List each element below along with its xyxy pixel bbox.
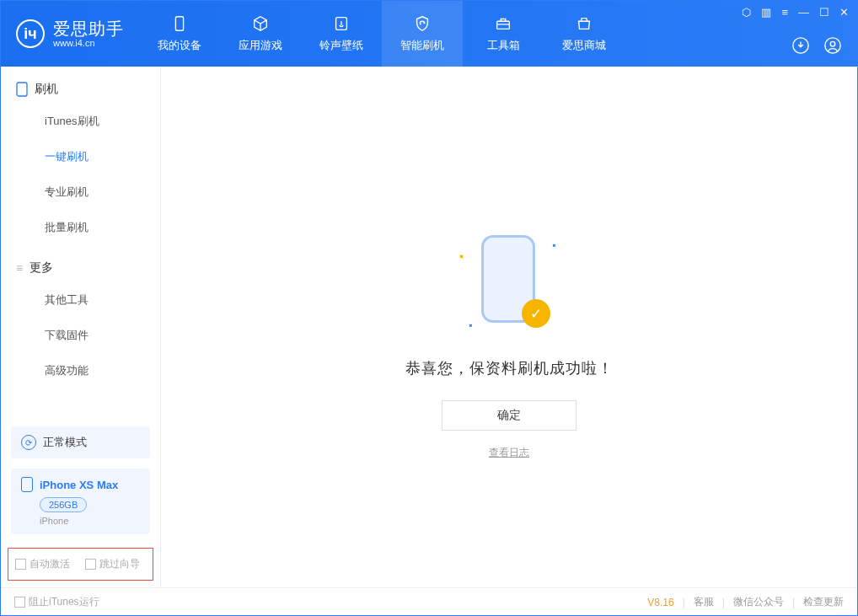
- footer-link-update[interactable]: 检查更新: [803, 595, 844, 609]
- window-controls: ⬡ ▥ ≡ — ☐ ✕: [742, 6, 849, 19]
- header: iч 爱思助手 www.i4.cn 我的设备 应用游戏 铃声壁纸 智能刷机 工具…: [1, 1, 857, 67]
- checkbox-block-itunes[interactable]: 阻止iTunes运行: [14, 595, 99, 609]
- sidebar-title: 刷机: [35, 82, 58, 97]
- store-icon: [575, 14, 593, 33]
- footer-link-support[interactable]: 客服: [694, 595, 714, 609]
- nav-apps[interactable]: 应用游戏: [220, 1, 301, 67]
- sidebar-header-flash: 刷机: [1, 82, 160, 104]
- version-label: V8.16: [647, 597, 673, 608]
- svg-point-5: [830, 41, 835, 46]
- device-name: iPhone XS Max: [40, 479, 118, 491]
- footer-link-wechat[interactable]: 微信公众号: [733, 595, 784, 609]
- phone-small-icon: [16, 82, 28, 97]
- separator: |: [792, 597, 795, 608]
- nav-label: 我的设备: [158, 38, 201, 53]
- logo-text: 爱思助手 www.i4.cn: [53, 19, 124, 48]
- user-icon[interactable]: [823, 36, 842, 55]
- device-icon: [170, 14, 189, 33]
- book-icon[interactable]: ▥: [761, 6, 771, 19]
- device-type: iPhone: [40, 516, 140, 526]
- view-log-link[interactable]: 查看日志: [489, 446, 529, 460]
- body: 刷机 iTunes刷机 一键刷机 专业刷机 批量刷机 ≡ 更多 其他工具 下载固…: [1, 67, 857, 587]
- nav-store[interactable]: 爱思商城: [544, 1, 625, 67]
- footer: 阻止iTunes运行 V8.16 | 客服 | 微信公众号 | 检查更新: [1, 587, 857, 616]
- checkbox-auto-activate[interactable]: 自动激活: [15, 557, 70, 571]
- options-highlight-box: 自动激活 跳过向导: [8, 548, 153, 581]
- device-phone-icon: [21, 477, 33, 492]
- nav-label: 应用游戏: [239, 38, 282, 53]
- toolbox-icon: [494, 14, 512, 33]
- device-box[interactable]: iPhone XS Max 256GB iPhone: [11, 469, 150, 534]
- svg-point-4: [825, 38, 840, 53]
- nav-label: 爱思商城: [562, 38, 606, 53]
- ok-button[interactable]: 确定: [442, 400, 576, 431]
- checkbox-icon: [15, 559, 26, 570]
- maximize-icon[interactable]: ☐: [819, 6, 829, 19]
- sidebar-item-batch-flash[interactable]: 批量刷机: [1, 210, 160, 245]
- separator: |: [683, 597, 685, 608]
- sidebar-item-other-tools[interactable]: 其他工具: [1, 282, 160, 318]
- device-storage: 256GB: [40, 497, 87, 512]
- nav-label: 智能刷机: [400, 38, 444, 53]
- nav-label: 铃声壁纸: [319, 38, 363, 53]
- check-badge-icon: ✓: [522, 299, 550, 328]
- cube-icon: [251, 14, 270, 33]
- sidebar-item-itunes-flash[interactable]: iTunes刷机: [1, 104, 160, 139]
- music-icon: [332, 14, 351, 33]
- shield-refresh-icon: [413, 14, 432, 33]
- menu-icon[interactable]: ≡: [781, 6, 788, 19]
- mode-icon: ⟳: [21, 435, 36, 450]
- nav-toolbox[interactable]: 工具箱: [463, 1, 544, 67]
- sidebar-section-flash: 刷机 iTunes刷机 一键刷机 专业刷机 批量刷机: [1, 67, 160, 245]
- checkbox-icon: [85, 559, 96, 570]
- close-icon[interactable]: ✕: [839, 6, 849, 19]
- sidebar-section-more: ≡ 更多 其他工具 下载固件 高级功能: [1, 245, 160, 388]
- list-icon: ≡: [16, 261, 23, 275]
- spark-icon: ✦: [466, 321, 475, 330]
- separator: |: [722, 597, 725, 608]
- success-illustration: ✓ ✦ ✦ ✦: [463, 235, 555, 336]
- sidebar-item-oneclick-flash[interactable]: 一键刷机: [1, 139, 160, 174]
- logo-area: iч 爱思助手 www.i4.cn: [1, 1, 139, 67]
- sidebar-header-more: ≡ 更多: [1, 260, 160, 282]
- svg-rect-6: [17, 83, 27, 96]
- sidebar-item-pro-flash[interactable]: 专业刷机: [1, 174, 160, 210]
- sidebar: 刷机 iTunes刷机 一键刷机 专业刷机 批量刷机 ≡ 更多 其他工具 下载固…: [1, 67, 161, 587]
- checkbox-skip-guide[interactable]: 跳过向导: [85, 557, 140, 571]
- svg-rect-0: [175, 17, 183, 31]
- checkbox-icon: [14, 597, 25, 608]
- nav-label: 工具箱: [487, 38, 520, 53]
- sidebar-item-advanced[interactable]: 高级功能: [1, 353, 160, 388]
- shirt-icon[interactable]: ⬡: [742, 6, 751, 19]
- logo-icon: iч: [16, 19, 45, 48]
- success-message: 恭喜您，保资料刷机成功啦！: [405, 358, 614, 378]
- nav-flash[interactable]: 智能刷机: [382, 1, 463, 67]
- svg-rect-2: [497, 21, 510, 29]
- nav-ringtones[interactable]: 铃声壁纸: [301, 1, 382, 67]
- sidebar-title: 更多: [29, 260, 53, 276]
- spark-icon: ✦: [455, 251, 466, 262]
- minimize-icon[interactable]: —: [798, 6, 809, 19]
- mode-box[interactable]: ⟳ 正常模式: [11, 426, 150, 458]
- nav: 我的设备 应用游戏 铃声壁纸 智能刷机 工具箱 爱思商城: [139, 1, 625, 67]
- main-content: ✓ ✦ ✦ ✦ 恭喜您，保资料刷机成功啦！ 确定 查看日志: [161, 67, 857, 587]
- mode-label: 正常模式: [43, 435, 87, 450]
- nav-my-device[interactable]: 我的设备: [139, 1, 220, 67]
- header-right: [791, 36, 842, 55]
- spark-icon: ✦: [550, 241, 559, 250]
- sidebar-item-download-firmware[interactable]: 下载固件: [1, 318, 160, 353]
- app-name-cn: 爱思助手: [53, 19, 124, 38]
- download-icon[interactable]: [791, 36, 810, 55]
- app-name-en: www.i4.cn: [53, 38, 124, 48]
